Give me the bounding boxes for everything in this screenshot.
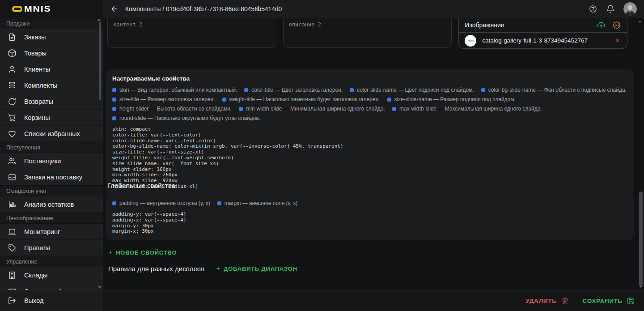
sidebar-item-label: Корзины xyxy=(24,114,50,121)
logo-text: MNIS xyxy=(24,4,51,14)
sidebar-item-label: Заказы xyxy=(24,34,46,41)
sidebar-item-supply-requests[interactable]: Заявки на поставку xyxy=(0,169,103,185)
layers-icon xyxy=(8,81,17,90)
monitor-icon xyxy=(8,227,17,236)
sidebar-scrollbar-thumb[interactable] xyxy=(99,22,101,100)
display-rules-title: Правила для разных дисплеев xyxy=(108,265,204,273)
users-icon xyxy=(8,157,17,166)
app-logo[interactable]: MNIS xyxy=(0,0,103,18)
display-rules-row: Правила для разных дисплеев + ДОБАВИТЬ Д… xyxy=(108,264,297,273)
logout-icon xyxy=(8,296,17,305)
image-file-name: catalog-gallery-full-1-3-8734945452767 xyxy=(482,37,608,44)
main-scrollbar[interactable] xyxy=(639,19,643,289)
logout-label: Выход xyxy=(24,297,43,304)
global-props-code-editor[interactable]: padding-y: var(--space-4) padding-x: var… xyxy=(112,212,627,234)
sidebar-item-label: Списки избранных xyxy=(24,130,80,137)
tag-icon xyxy=(8,243,17,252)
prop-bullet-icon xyxy=(112,107,116,111)
prop-desc: size-slide-name — Размер подписи под сла… xyxy=(387,96,516,102)
prop-bullet-icon xyxy=(481,88,485,92)
back-arrow-icon[interactable] xyxy=(110,4,119,13)
sidebar-item-warehouses[interactable]: Склады xyxy=(0,267,103,283)
topbar-actions xyxy=(589,2,638,16)
breadcrumb[interactable]: Компоненты / 019cd40f-38b7-7318-86ee-804… xyxy=(125,6,282,13)
prop-desc: padding — внутренние отступы (y, x) xyxy=(112,200,210,206)
new-property-button[interactable]: + НОВОЕ СВОЙСТВО xyxy=(108,248,177,256)
building-icon xyxy=(8,271,17,280)
custom-props-code-editor[interactable]: skin: compact color-title: var(--text-co… xyxy=(112,127,627,190)
image-card-header: Изображение xyxy=(459,18,627,33)
prop-desc: weight-title — Насколько заметным будет … xyxy=(222,96,380,102)
description-textarea[interactable]: описание 2 xyxy=(283,18,452,48)
avatar[interactable] xyxy=(623,2,637,16)
sidebar-item-suppliers[interactable]: Поставщики xyxy=(0,153,103,169)
delete-label: УДАЛИТЬ xyxy=(525,298,556,304)
prop-desc: color-bg-slide-name — Фон области с подп… xyxy=(481,87,627,93)
content-textarea[interactable]: контент 2 xyxy=(107,18,276,48)
scroll-down-arrow-icon[interactable] xyxy=(639,286,643,288)
prop-bullet-icon xyxy=(350,88,354,92)
prop-bullet-icon xyxy=(217,201,221,205)
action-footer: УДАЛИТЬ СОХРАНИТЬ xyxy=(103,290,644,311)
sidebar-item-monitoring[interactable]: Мониторинг xyxy=(0,224,103,240)
sidebar-item-wishlists[interactable]: Списки избранных xyxy=(0,126,103,142)
prop-bullet-icon xyxy=(112,116,116,120)
prop-desc: margin — внешние поля (y, x) xyxy=(217,200,298,206)
image-thumbnail-preview xyxy=(468,40,474,42)
prop-desc: min-width-slide — Минимальная ширина одн… xyxy=(239,106,385,112)
global-props-title: Глобальные свойства xyxy=(107,182,175,189)
sidebar-section-management: Управление xyxy=(0,256,103,267)
new-property-label: НОВОЕ СВОЙСТВО xyxy=(116,249,177,256)
more-options-icon[interactable] xyxy=(612,21,621,30)
prop-desc: round-slide — Насколько округлыми будут … xyxy=(112,115,260,121)
bell-icon[interactable] xyxy=(606,4,615,13)
sidebar: Продажи Заказы Товары Клиенты Комплекты … xyxy=(0,18,103,311)
scroll-down-arrow-icon[interactable] xyxy=(98,286,102,288)
main-scrollbar-thumb[interactable] xyxy=(639,192,643,286)
sidebar-item-stock-analysis[interactable]: Анализ остатков xyxy=(0,196,103,213)
prop-desc: skin — Вид галереи: обычный или компактн… xyxy=(112,87,237,93)
sidebar-item-returns[interactable]: Возвраты xyxy=(0,94,103,110)
sidebar-list: Продажи Заказы Товары Клиенты Комплекты … xyxy=(0,18,103,290)
scroll-up-arrow-icon[interactable] xyxy=(97,19,101,21)
delete-button[interactable]: УДАЛИТЬ xyxy=(525,297,569,305)
prop-desc: height-slider — Высота области со слайда… xyxy=(112,106,232,112)
sidebar-item-label: Возвраты xyxy=(24,98,53,105)
sidebar-item-label: Товары xyxy=(24,50,47,57)
main-content: контент 2 описание 2 Изображение catalog… xyxy=(103,18,644,311)
package-icon xyxy=(8,49,17,58)
sidebar-item-label: Правила xyxy=(24,244,51,251)
sidebar-section-pricing: Ценообразование xyxy=(0,213,103,224)
sidebar-section-warehouse: Складской учет xyxy=(0,185,103,196)
logo-o-icon xyxy=(12,6,22,12)
rotate-icon xyxy=(8,97,17,106)
upload-cloud-icon[interactable] xyxy=(597,21,606,30)
sidebar-item-logout[interactable]: Выход xyxy=(0,290,103,311)
add-range-button[interactable]: + ДОБАВИТЬ ДИАПАЗОН xyxy=(216,264,297,273)
sidebar-item-bundles[interactable]: Комплекты xyxy=(0,77,103,94)
image-card-title: Изображение xyxy=(465,21,590,29)
fields-row: контент 2 описание 2 Изображение catalog… xyxy=(107,18,627,49)
custom-props-card: Настраиваемые свойства skin — Вид галере… xyxy=(106,69,634,196)
global-props-descriptions: padding — внутренние отступы (y, x) marg… xyxy=(112,200,627,206)
image-thumbnail[interactable] xyxy=(465,35,476,47)
save-button[interactable]: СОХРАНИТЬ xyxy=(583,297,635,305)
sidebar-item-products[interactable]: Товары xyxy=(0,45,103,61)
heart-icon xyxy=(8,129,17,138)
sidebar-item-rules[interactable]: Правила xyxy=(0,240,103,256)
sidebar-item-finance[interactable]: Финансовый учет xyxy=(0,283,103,290)
remove-image-icon[interactable]: × xyxy=(614,36,621,45)
sidebar-item-clients[interactable]: Клиенты xyxy=(0,61,103,77)
custom-props-title: Настраиваемые свойства xyxy=(112,75,627,82)
sidebar-item-carts[interactable]: Корзины xyxy=(0,110,103,126)
topbar: MNIS Компоненты / 019cd40f-38b7-7318-86e… xyxy=(0,0,644,18)
add-range-label: ДОБАВИТЬ ДИАПАЗОН xyxy=(224,265,297,272)
scroll-up-arrow-icon[interactable] xyxy=(638,21,642,22)
description-textarea-label: описание 2 xyxy=(289,21,321,28)
sidebar-scrollbar[interactable] xyxy=(98,19,102,289)
help-icon[interactable] xyxy=(589,4,597,13)
sidebar-item-orders[interactable]: Заказы xyxy=(0,29,103,45)
inbox-icon xyxy=(8,173,17,182)
bar-chart-icon xyxy=(8,200,17,209)
prop-bullet-icon xyxy=(222,98,226,102)
